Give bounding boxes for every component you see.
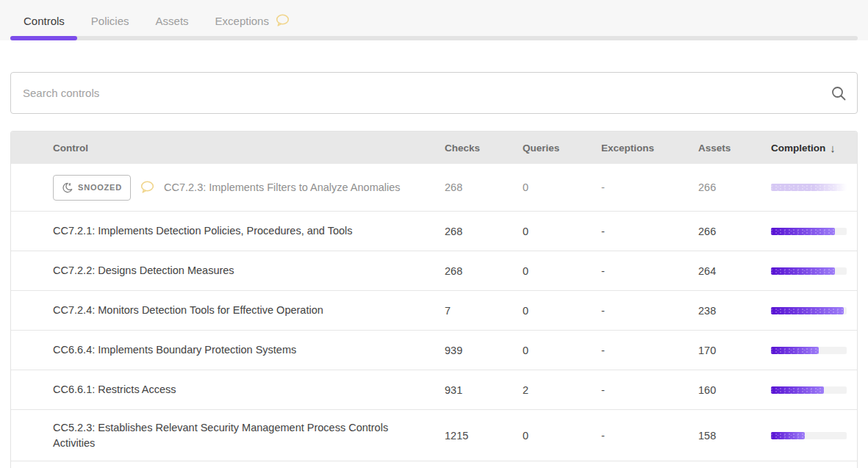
control-name: CC7.2.3: Implements Filters to Analyze A…	[164, 180, 401, 195]
search-bar	[10, 72, 858, 114]
control-name: CC5.2.3: Establishes Relevant Security M…	[53, 420, 430, 451]
queries-value: 0	[523, 305, 601, 317]
column-header-exceptions[interactable]: Exceptions	[601, 143, 698, 154]
table-row[interactable]: CC6.6.4: Implements Boundary Protection …	[11, 331, 857, 370]
assets-value: 266	[698, 226, 771, 237]
exceptions-value: -	[601, 265, 698, 277]
tab-controls[interactable]: Controls	[10, 14, 78, 36]
column-header-assets[interactable]: Assets	[698, 143, 771, 154]
assets-value: 266	[698, 181, 771, 193]
checks-value: 931	[445, 384, 523, 396]
tab-exceptions-label: Exceptions	[215, 15, 269, 27]
search-icon[interactable]	[831, 85, 847, 101]
control-name: CC7.2.4: Monitors Detection Tools for Ef…	[53, 303, 323, 318]
checks-value: 1215	[445, 430, 523, 442]
table-row[interactable]: CC6.6.1: Restricts Access 931 2 - 160	[11, 370, 857, 410]
exceptions-value: -	[601, 305, 698, 317]
column-header-checks[interactable]: Checks	[445, 143, 523, 154]
completion-bar	[771, 432, 847, 439]
completion-bar	[771, 347, 847, 354]
tab-bar: Controls Policies Assets Exceptions	[0, 0, 868, 40]
controls-table: Control Checks Queries Exceptions Assets…	[10, 131, 858, 468]
tab-controls-label: Controls	[24, 15, 65, 27]
queries-value: 0	[523, 181, 601, 193]
column-header-completion[interactable]: Completion ↓	[771, 142, 857, 154]
tab-exceptions[interactable]: Exceptions	[202, 14, 304, 36]
tab-policies[interactable]: Policies	[78, 14, 143, 36]
column-header-queries[interactable]: Queries	[523, 143, 601, 154]
completion-bar	[771, 184, 847, 191]
table-row[interactable]: SNOOZED CC7.2.3: Implements Filters to A…	[11, 164, 857, 212]
completion-bar	[771, 267, 847, 275]
table-row[interactable]: CC7.2.4: Monitors Detection Tools for Ef…	[11, 291, 857, 331]
checks-value: 268	[445, 226, 523, 237]
queries-value: 0	[523, 226, 601, 237]
assets-value: 238	[698, 305, 771, 317]
snooze-moon-icon	[62, 182, 73, 193]
exceptions-value: -	[601, 384, 698, 396]
search-input[interactable]	[11, 73, 857, 113]
completion-bar	[771, 307, 847, 314]
checks-value: 268	[445, 181, 523, 193]
row-comment-icon[interactable]	[140, 181, 155, 194]
active-tab-indicator	[10, 36, 77, 40]
snoozed-badge: SNOOZED	[53, 175, 131, 201]
checks-value: 268	[445, 265, 523, 277]
snoozed-badge-label: SNOOZED	[78, 180, 122, 195]
exceptions-value: -	[601, 430, 698, 442]
tab-policies-label: Policies	[91, 15, 129, 27]
checks-value: 7	[445, 305, 523, 317]
column-header-control[interactable]: Control	[11, 143, 445, 154]
completion-bar	[771, 228, 847, 235]
queries-value: 0	[523, 430, 601, 442]
tab-assets-label: Assets	[156, 15, 189, 27]
assets-value: 264	[698, 265, 771, 277]
tab-assets[interactable]: Assets	[143, 14, 202, 36]
control-name: CC7.2.2: Designs Detection Measures	[53, 263, 234, 278]
table-row[interactable]: CC7.2.1: Implements Detection Policies, …	[11, 212, 857, 251]
assets-value: 158	[698, 430, 771, 442]
completion-bar	[771, 386, 847, 394]
checks-value: 939	[445, 345, 523, 356]
table-row[interactable]: CC7.2.2: Designs Detection Measures 268 …	[11, 251, 857, 291]
exceptions-value: -	[601, 226, 698, 237]
queries-value: 0	[523, 265, 601, 277]
control-name: CC7.2.1: Implements Detection Policies, …	[53, 223, 353, 239]
sort-descending-icon: ↓	[830, 142, 836, 154]
column-header-completion-label: Completion	[771, 143, 825, 154]
control-name: CC6.6.4: Implements Boundary Protection …	[53, 342, 296, 358]
queries-value: 0	[523, 345, 601, 356]
table-row[interactable]: CC5.2.3: Establishes Relevant Security M…	[11, 410, 857, 461]
tab-underline-track	[10, 36, 858, 40]
assets-value: 160	[698, 384, 771, 396]
table-header-row: Control Checks Queries Exceptions Assets…	[11, 132, 857, 164]
exceptions-value: -	[601, 181, 698, 193]
queries-value: 2	[523, 384, 601, 396]
control-name: CC6.6.1: Restricts Access	[53, 382, 176, 397]
exceptions-value: -	[601, 345, 698, 356]
comment-bubble-icon	[275, 14, 290, 27]
table-row-partial	[11, 461, 857, 468]
assets-value: 170	[698, 345, 771, 356]
